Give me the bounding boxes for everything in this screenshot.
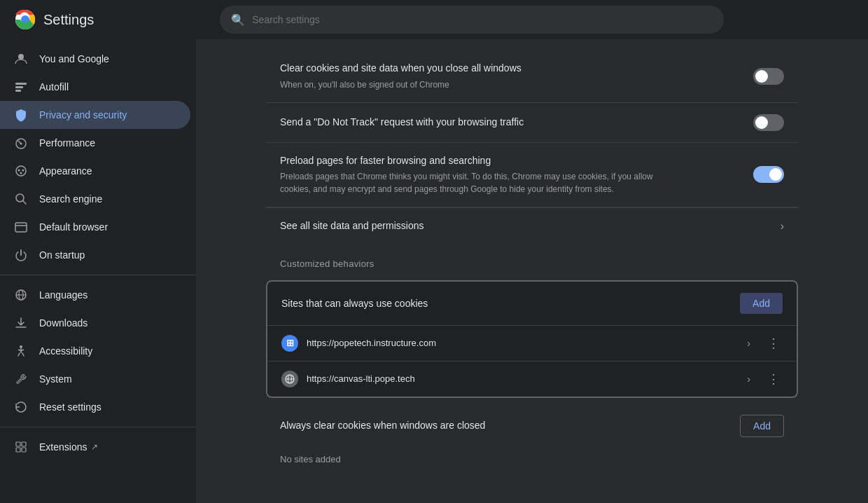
site-row-1: ⊞ https://popetech.instructure.com › ⋮ [267, 325, 797, 361]
sidebar-label-performance: Performance [39, 137, 95, 149]
site-url-canvas: https://canvas-lti.pope.tech [307, 373, 738, 384]
toggle-thumb [755, 70, 768, 83]
sidebar-item-on-startup[interactable]: On startup [0, 241, 190, 269]
sidebar-item-performance[interactable]: Performance [0, 129, 190, 157]
sidebar-label-on-startup: On startup [39, 249, 85, 261]
search-input[interactable] [252, 14, 713, 25]
sidebar-label-accessibility: Accessibility [39, 345, 92, 357]
search-bar[interactable]: 🔍 [220, 6, 724, 34]
toggle-thumb-dnt [755, 116, 768, 129]
sidebar-label-appearance: Appearance [39, 165, 92, 177]
sidebar-item-autofill[interactable]: Autofill [0, 73, 190, 101]
sidebar-label-default-browser: Default browser [39, 221, 108, 233]
sidebar-label-extensions: Extensions [39, 441, 87, 453]
sites-always-cookies-header: Sites that can always use cookies Add [267, 282, 797, 325]
accessibility-icon [14, 344, 28, 358]
setting-title-dnt: Send a "Do Not Track" request with your … [280, 116, 753, 130]
wrench-icon [14, 372, 28, 386]
sidebar-label-languages: Languages [39, 289, 88, 301]
svg-rect-14 [15, 223, 27, 232]
sidebar-label-you-and-google: You and Google [39, 53, 109, 64]
history-icon [14, 400, 28, 414]
sidebar-label-autofill: Autofill [39, 81, 69, 92]
toggle-preload[interactable] [753, 166, 784, 183]
svg-rect-24 [16, 448, 20, 452]
autofill-icon [14, 80, 28, 94]
see-all-site-data-row[interactable]: See all site data and permissions › [266, 207, 798, 244]
sidebar-label-reset-settings: Reset settings [39, 401, 102, 413]
palette-icon [14, 164, 28, 178]
site-icon-instructure: ⊞ [281, 335, 298, 352]
search-icon [14, 192, 28, 206]
download-icon [14, 316, 28, 330]
svg-rect-4 [15, 86, 23, 88]
sidebar-item-downloads[interactable]: Downloads [0, 309, 190, 337]
main-layout: You and Google Autofill Privacy and secu… [0, 39, 868, 503]
sidebar-item-you-and-google[interactable]: You and Google [0, 45, 190, 73]
svg-point-2 [18, 54, 24, 60]
svg-point-11 [20, 172, 22, 174]
sidebar-item-default-browser[interactable]: Default browser [0, 213, 190, 241]
sidebar-item-appearance[interactable]: Appearance [0, 157, 190, 185]
site-chevron-2: › [747, 373, 750, 385]
toggle-dnt[interactable] [753, 114, 784, 131]
site-menu-icon-1[interactable]: ⋮ [764, 333, 783, 354]
sidebar-label-downloads: Downloads [39, 317, 88, 329]
chevron-right-icon: › [780, 220, 784, 233]
toggle-clear-cookies[interactable] [753, 68, 784, 85]
svg-rect-22 [16, 442, 20, 446]
setting-text-dnt: Send a "Do Not Track" request with your … [280, 116, 753, 130]
sidebar: You and Google Autofill Privacy and secu… [0, 39, 196, 503]
sidebar-divider [0, 275, 196, 275]
site-url-instructure: https://popetech.instructure.com [307, 338, 738, 348]
setting-title-clear-cookies: Clear cookies and site data when you clo… [280, 62, 753, 76]
sidebar-item-system[interactable]: System [0, 365, 190, 393]
setting-text-preload: Preload pages for faster browsing and se… [280, 154, 753, 196]
setting-desc-preload: Preloads pages that Chrome thinks you mi… [280, 170, 686, 195]
sidebar-item-search-engine[interactable]: Search engine [0, 185, 190, 213]
sidebar-item-accessibility[interactable]: Accessibility [0, 337, 190, 365]
setting-row-clear-cookies: Clear cookies and site data when you clo… [266, 50, 798, 103]
svg-point-8 [16, 166, 26, 176]
no-sites-label: No sites added [266, 448, 798, 476]
site-chevron-1: › [747, 338, 750, 349]
setting-title-preload: Preload pages for faster browsing and se… [280, 154, 753, 168]
svg-point-10 [22, 170, 24, 172]
svg-rect-23 [22, 442, 26, 446]
sidebar-item-languages[interactable]: Languages [0, 281, 190, 309]
svg-point-9 [18, 170, 20, 172]
sites-always-cookies-add-button[interactable]: Add [740, 293, 783, 314]
toggle-thumb-preload [769, 168, 782, 181]
app-logo: Settings [14, 8, 94, 31]
setting-row-preload: Preload pages for faster browsing and se… [266, 143, 798, 208]
sidebar-item-reset-settings[interactable]: Reset settings [0, 393, 190, 421]
header: Settings 🔍 [0, 0, 868, 39]
setting-text-clear-cookies: Clear cookies and site data when you clo… [280, 62, 753, 91]
svg-point-20 [20, 345, 22, 348]
search-icon: 🔍 [231, 13, 245, 27]
svg-rect-25 [22, 448, 26, 452]
person-icon [14, 52, 28, 66]
extensions-label-row: Extensions ↗ [39, 441, 98, 453]
always-clear-row: Always clear cookies when windows are cl… [266, 404, 798, 448]
external-link-icon: ↗ [91, 442, 98, 452]
svg-line-13 [23, 201, 27, 205]
sidebar-divider-2 [0, 427, 196, 427]
toggle-track-off [753, 68, 784, 85]
setting-desc-clear-cookies: When on, you'll also be signed out of Ch… [280, 78, 686, 91]
sites-always-cookies-title: Sites that can always use cookies [281, 298, 428, 309]
setting-row-dnt: Send a "Do Not Track" request with your … [266, 103, 798, 143]
toggle-track-dnt-off [753, 114, 784, 131]
sidebar-label-system: System [39, 373, 72, 385]
site-menu-icon-2[interactable]: ⋮ [764, 368, 783, 390]
main-content: Clear cookies and site data when you clo… [196, 39, 868, 503]
toggle-track-preload-on [753, 166, 784, 183]
always-clear-add-button[interactable]: Add [740, 415, 784, 437]
shield-icon [14, 108, 28, 122]
see-all-site-data-label: See all site data and permissions [280, 219, 424, 233]
svg-point-7 [20, 143, 22, 145]
sidebar-item-privacy-security[interactable]: Privacy and security [0, 101, 190, 129]
site-row-2: https://canvas-lti.pope.tech › ⋮ [267, 361, 797, 397]
sidebar-label-privacy-security: Privacy and security [39, 109, 127, 120]
sidebar-item-extensions[interactable]: Extensions ↗ [0, 433, 190, 461]
